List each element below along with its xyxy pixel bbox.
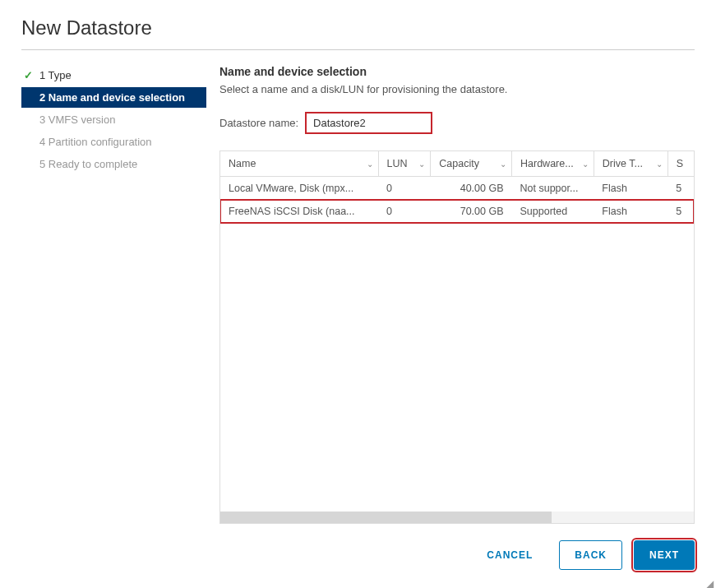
next-button[interactable]: NEXT	[634, 540, 695, 570]
chevron-down-icon: ⌄	[582, 160, 589, 169]
dialog-footer: CANCEL BACK NEXT	[21, 524, 695, 572]
disk-table-wrap: Name⌄ LUN⌄ Capacity⌄ Hardware...⌄ Drive …	[219, 150, 695, 524]
step-label: 4 Partition configuration	[39, 136, 152, 148]
step-label: 2 Name and device selection	[39, 91, 185, 104]
step-label: 5 Ready to complete	[39, 158, 137, 170]
cell-s: 5	[667, 177, 694, 201]
cell-s: 5	[667, 200, 694, 223]
resize-handle-icon[interactable]: ◢	[706, 578, 714, 586]
datastore-name-label: Datastore name:	[219, 117, 298, 129]
disk-table: Name⌄ LUN⌄ Capacity⌄ Hardware...⌄ Drive …	[220, 151, 694, 223]
step-partition-config[interactable]: 4 Partition configuration	[21, 132, 206, 152]
main-content: 1 Type 2 Name and device selection 3 VMF…	[21, 65, 695, 524]
scroll-thumb[interactable]	[220, 512, 552, 523]
cell-drive: Flash	[594, 200, 667, 223]
cell-lun: 0	[378, 177, 431, 201]
col-label: Capacity	[439, 158, 479, 169]
cell-hardware: Not suppor...	[512, 177, 594, 201]
datastore-name-row: Datastore name:	[219, 112, 695, 134]
cell-hardware: Supported	[512, 200, 594, 223]
step-ready-complete[interactable]: 5 Ready to complete	[21, 154, 206, 174]
cell-name: Local VMware, Disk (mpx...	[220, 177, 378, 201]
wizard-steps: 1 Type 2 Name and device selection 3 VMF…	[21, 65, 206, 524]
datastore-name-highlight	[305, 112, 432, 134]
step-label: 1 Type	[39, 69, 72, 81]
col-lun[interactable]: LUN⌄	[378, 151, 431, 177]
step-vmfs-version[interactable]: 3 VMFS version	[21, 109, 206, 130]
chevron-down-icon: ⌄	[500, 160, 506, 169]
chevron-down-icon: ⌄	[656, 160, 663, 169]
cell-drive: Flash	[594, 177, 667, 201]
col-hardware[interactable]: Hardware...⌄	[512, 151, 594, 177]
col-label: LUN	[387, 158, 408, 169]
col-label: Name	[229, 158, 256, 169]
step-name-selection[interactable]: 2 Name and device selection	[21, 87, 206, 108]
cell-capacity: 40.00 GB	[431, 177, 512, 201]
section-desc: Select a name and a disk/LUN for provisi…	[219, 83, 695, 95]
table-row[interactable]: Local VMware, Disk (mpx... 0 40.00 GB No…	[220, 177, 694, 201]
table-header-row: Name⌄ LUN⌄ Capacity⌄ Hardware...⌄ Drive …	[220, 151, 694, 177]
col-label: S	[677, 158, 683, 169]
cell-lun: 0	[378, 200, 431, 223]
cell-capacity: 70.00 GB	[431, 200, 512, 223]
col-drive-type[interactable]: Drive T...⌄	[594, 151, 667, 177]
col-label: Drive T...	[603, 158, 643, 169]
horizontal-scrollbar[interactable]	[220, 512, 694, 523]
step-type[interactable]: 1 Type	[21, 65, 206, 86]
back-button[interactable]: BACK	[559, 540, 622, 570]
cell-name: FreeNAS iSCSI Disk (naa...	[220, 200, 378, 223]
chevron-down-icon: ⌄	[367, 160, 373, 169]
datastore-name-input[interactable]	[307, 113, 382, 132]
col-capacity[interactable]: Capacity⌄	[431, 151, 512, 177]
col-name[interactable]: Name⌄	[220, 151, 378, 177]
dialog-title: New Datastore	[21, 16, 695, 50]
chevron-down-icon: ⌄	[418, 160, 425, 169]
content-panel: Name and device selection Select a name …	[206, 65, 695, 524]
new-datastore-dialog: New Datastore 1 Type 2 Name and device s…	[0, 0, 716, 588]
table-row[interactable]: FreeNAS iSCSI Disk (naa... 0 70.00 GB Su…	[220, 200, 694, 223]
col-label: Hardware...	[520, 158, 574, 169]
col-s[interactable]: S	[667, 151, 694, 177]
cancel-button[interactable]: CANCEL	[472, 541, 547, 569]
step-label: 3 VMFS version	[39, 113, 115, 126]
section-title: Name and device selection	[219, 65, 695, 78]
